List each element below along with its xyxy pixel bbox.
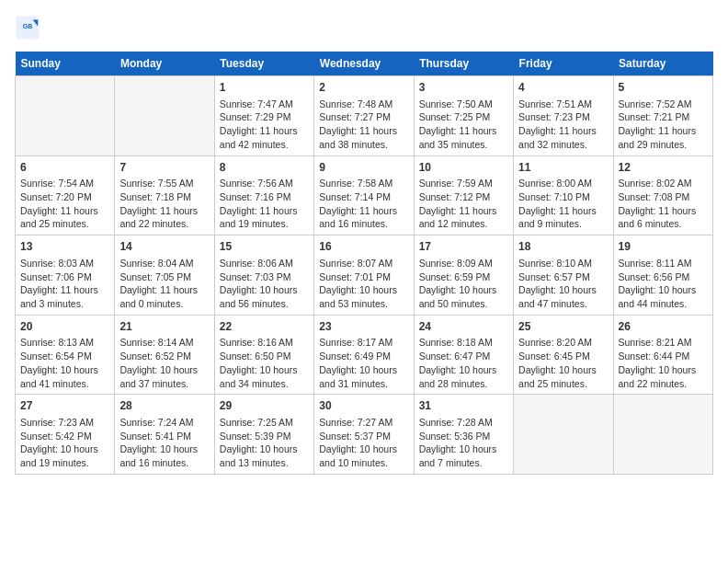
- day-info: Sunrise: 7:47 AMSunset: 7:29 PMDaylight:…: [220, 98, 298, 150]
- logo-icon: GB: [15, 15, 40, 40]
- calendar-cell: 21Sunrise: 8:14 AMSunset: 6:52 PMDayligh…: [115, 315, 214, 395]
- day-number: 3: [419, 80, 508, 96]
- day-number: 25: [518, 319, 608, 335]
- day-number: 28: [119, 398, 209, 414]
- day-info: Sunrise: 8:02 AMSunset: 7:08 PMDaylight:…: [619, 178, 697, 229]
- calendar-cell: 24Sunrise: 8:18 AMSunset: 6:47 PMDayligh…: [414, 315, 513, 395]
- week-row-3: 13Sunrise: 8:03 AMSunset: 7:06 PMDayligh…: [16, 236, 713, 316]
- week-row-1: 1Sunrise: 7:47 AMSunset: 7:29 PMDaylight…: [16, 76, 713, 156]
- calendar-cell: 6Sunrise: 7:54 AMSunset: 7:20 PMDaylight…: [16, 155, 115, 236]
- calendar-cell: [613, 395, 712, 475]
- day-info: Sunrise: 7:24 AMSunset: 5:41 PMDaylight:…: [119, 417, 198, 468]
- day-info: Sunrise: 8:06 AMSunset: 7:03 PMDaylight:…: [220, 258, 298, 309]
- calendar-cell: 12Sunrise: 8:02 AMSunset: 7:08 PMDayligh…: [613, 155, 712, 236]
- day-info: Sunrise: 7:28 AMSunset: 5:36 PMDaylight:…: [419, 417, 497, 468]
- day-info: Sunrise: 8:11 AMSunset: 6:56 PMDaylight:…: [619, 258, 697, 309]
- day-number: 21: [119, 319, 209, 335]
- calendar-cell: 3Sunrise: 7:50 AMSunset: 7:25 PMDaylight…: [414, 76, 513, 156]
- day-number: 7: [119, 160, 209, 176]
- calendar-cell: 25Sunrise: 8:20 AMSunset: 6:45 PMDayligh…: [514, 315, 613, 395]
- calendar-cell: 17Sunrise: 8:09 AMSunset: 6:59 PMDayligh…: [414, 236, 513, 316]
- day-number: 14: [119, 239, 209, 255]
- calendar-cell: 9Sunrise: 7:58 AMSunset: 7:14 PMDaylight…: [314, 155, 414, 236]
- day-number: 11: [518, 160, 608, 176]
- calendar-cell: 26Sunrise: 8:21 AMSunset: 6:44 PMDayligh…: [613, 315, 712, 395]
- day-number: 19: [619, 239, 708, 255]
- day-number: 22: [220, 319, 309, 335]
- day-header-saturday: Saturday: [613, 52, 712, 76]
- calendar-cell: 16Sunrise: 8:07 AMSunset: 7:01 PMDayligh…: [314, 236, 414, 316]
- day-info: Sunrise: 8:09 AMSunset: 6:59 PMDaylight:…: [419, 258, 497, 309]
- day-info: Sunrise: 8:20 AMSunset: 6:45 PMDaylight:…: [518, 337, 597, 388]
- calendar-cell: [115, 76, 214, 156]
- day-info: Sunrise: 8:10 AMSunset: 6:57 PMDaylight:…: [518, 258, 597, 309]
- calendar-cell: 15Sunrise: 8:06 AMSunset: 7:03 PMDayligh…: [214, 236, 313, 316]
- day-info: Sunrise: 8:18 AMSunset: 6:47 PMDaylight:…: [419, 337, 497, 388]
- day-number: 30: [319, 398, 408, 414]
- calendar-cell: 29Sunrise: 7:25 AMSunset: 5:39 PMDayligh…: [214, 395, 313, 475]
- svg-text:GB: GB: [23, 23, 33, 29]
- day-info: Sunrise: 7:50 AMSunset: 7:25 PMDaylight:…: [419, 98, 497, 150]
- calendar-cell: 2Sunrise: 7:48 AMSunset: 7:27 PMDaylight…: [314, 76, 414, 156]
- day-number: 29: [220, 398, 309, 414]
- calendar-cell: 19Sunrise: 8:11 AMSunset: 6:56 PMDayligh…: [613, 236, 712, 316]
- day-info: Sunrise: 7:56 AMSunset: 7:16 PMDaylight:…: [220, 178, 298, 229]
- day-info: Sunrise: 8:21 AMSunset: 6:44 PMDaylight:…: [619, 337, 697, 388]
- day-info: Sunrise: 7:54 AMSunset: 7:20 PMDaylight:…: [20, 178, 98, 229]
- day-info: Sunrise: 7:58 AMSunset: 7:14 PMDaylight:…: [319, 178, 397, 229]
- week-row-4: 20Sunrise: 8:13 AMSunset: 6:54 PMDayligh…: [16, 315, 713, 395]
- calendar-cell: 10Sunrise: 7:59 AMSunset: 7:12 PMDayligh…: [414, 155, 513, 236]
- day-number: 2: [319, 80, 408, 96]
- calendar-cell: [16, 76, 115, 156]
- week-row-2: 6Sunrise: 7:54 AMSunset: 7:20 PMDaylight…: [16, 155, 713, 236]
- calendar-cell: 18Sunrise: 8:10 AMSunset: 6:57 PMDayligh…: [514, 236, 613, 316]
- day-number: 1: [220, 80, 309, 96]
- calendar-cell: 5Sunrise: 7:52 AMSunset: 7:21 PMDaylight…: [613, 76, 712, 156]
- calendar-cell: 28Sunrise: 7:24 AMSunset: 5:41 PMDayligh…: [115, 395, 214, 475]
- calendar-cell: 1Sunrise: 7:47 AMSunset: 7:29 PMDaylight…: [214, 76, 313, 156]
- calendar-cell: [514, 395, 613, 475]
- day-header-monday: Monday: [115, 52, 214, 76]
- day-info: Sunrise: 8:13 AMSunset: 6:54 PMDaylight:…: [20, 337, 98, 388]
- day-header-sunday: Sunday: [16, 52, 115, 76]
- day-number: 24: [419, 319, 508, 335]
- calendar-table: SundayMondayTuesdayWednesdayThursdayFrid…: [15, 52, 713, 475]
- day-number: 8: [220, 160, 309, 176]
- day-info: Sunrise: 8:04 AMSunset: 7:05 PMDaylight:…: [119, 258, 198, 309]
- day-info: Sunrise: 7:25 AMSunset: 5:39 PMDaylight:…: [220, 417, 298, 468]
- day-info: Sunrise: 8:00 AMSunset: 7:10 PMDaylight:…: [518, 178, 597, 229]
- day-number: 18: [518, 239, 608, 255]
- page-header: GB: [15, 15, 713, 40]
- day-info: Sunrise: 7:55 AMSunset: 7:18 PMDaylight:…: [119, 178, 198, 229]
- calendar-cell: 8Sunrise: 7:56 AMSunset: 7:16 PMDaylight…: [214, 155, 313, 236]
- calendar-cell: 23Sunrise: 8:17 AMSunset: 6:49 PMDayligh…: [314, 315, 414, 395]
- day-number: 5: [619, 80, 708, 96]
- day-info: Sunrise: 8:14 AMSunset: 6:52 PMDaylight:…: [119, 337, 198, 388]
- calendar-cell: 13Sunrise: 8:03 AMSunset: 7:06 PMDayligh…: [16, 236, 115, 316]
- day-number: 31: [419, 398, 508, 414]
- day-number: 15: [220, 239, 309, 255]
- day-number: 10: [419, 160, 508, 176]
- logo: GB: [15, 15, 44, 40]
- day-number: 16: [319, 239, 408, 255]
- day-info: Sunrise: 7:27 AMSunset: 5:37 PMDaylight:…: [319, 417, 397, 468]
- calendar-cell: 7Sunrise: 7:55 AMSunset: 7:18 PMDaylight…: [115, 155, 214, 236]
- day-info: Sunrise: 8:17 AMSunset: 6:49 PMDaylight:…: [319, 337, 397, 388]
- calendar-cell: 27Sunrise: 7:23 AMSunset: 5:42 PMDayligh…: [16, 395, 115, 475]
- day-number: 23: [319, 319, 408, 335]
- day-info: Sunrise: 7:52 AMSunset: 7:21 PMDaylight:…: [619, 98, 697, 150]
- day-info: Sunrise: 7:59 AMSunset: 7:12 PMDaylight:…: [419, 178, 497, 229]
- day-info: Sunrise: 8:03 AMSunset: 7:06 PMDaylight:…: [20, 258, 98, 309]
- day-number: 20: [20, 319, 109, 335]
- day-info: Sunrise: 8:16 AMSunset: 6:50 PMDaylight:…: [220, 337, 298, 388]
- calendar-cell: 14Sunrise: 8:04 AMSunset: 7:05 PMDayligh…: [115, 236, 214, 316]
- header-row: SundayMondayTuesdayWednesdayThursdayFrid…: [16, 52, 713, 76]
- day-header-friday: Friday: [514, 52, 613, 76]
- day-number: 4: [518, 80, 608, 96]
- day-info: Sunrise: 7:23 AMSunset: 5:42 PMDaylight:…: [20, 417, 98, 468]
- day-number: 9: [319, 160, 408, 176]
- day-info: Sunrise: 7:48 AMSunset: 7:27 PMDaylight:…: [319, 98, 397, 150]
- day-info: Sunrise: 7:51 AMSunset: 7:23 PMDaylight:…: [518, 98, 597, 150]
- day-number: 27: [20, 398, 109, 414]
- day-info: Sunrise: 8:07 AMSunset: 7:01 PMDaylight:…: [319, 258, 397, 309]
